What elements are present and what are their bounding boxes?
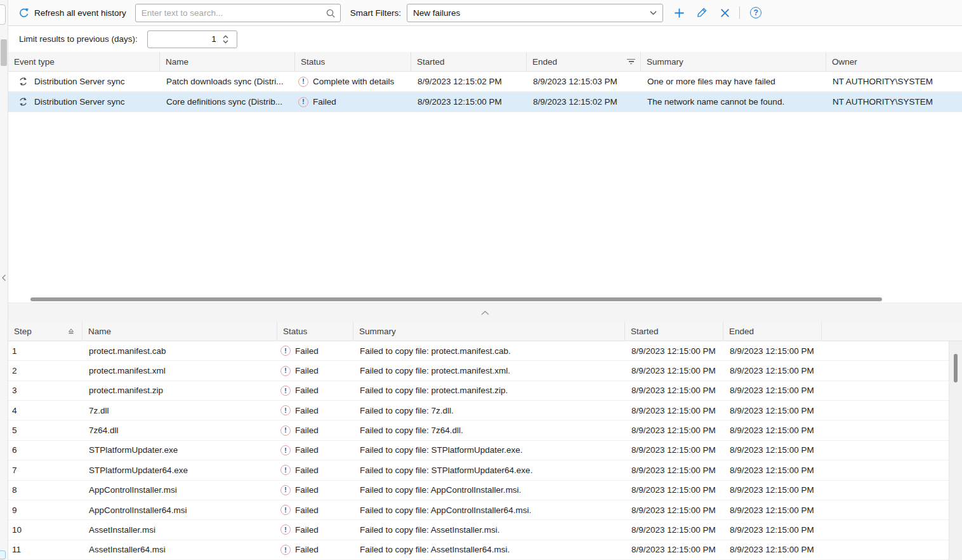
- column-header-started[interactable]: Started: [625, 322, 723, 341]
- refresh-label: Refresh all event history: [34, 8, 126, 18]
- column-header-status[interactable]: Status: [277, 322, 353, 341]
- step-row[interactable]: 10 AssetInstaller.msi !Failed Failed to …: [8, 520, 962, 540]
- toolbar: Refresh all event history Smart Filters:…: [8, 0, 962, 26]
- sync-icon: [18, 76, 29, 87]
- panel-splitter[interactable]: [8, 303, 962, 322]
- step-row[interactable]: 11 AssetInstaller64.msi !Failed Failed t…: [8, 540, 962, 560]
- column-header-blank: [822, 322, 949, 341]
- search-box: [135, 4, 341, 22]
- error-status-icon: !: [280, 386, 291, 396]
- error-status-icon: !: [280, 405, 291, 415]
- events-table-empty-area: [8, 112, 962, 296]
- sync-icon: [18, 96, 29, 107]
- left-panel-strip: [0, 0, 8, 560]
- smart-filters-label: Smart Filters:: [350, 8, 401, 18]
- vertical-scrollbar-thumb[interactable]: [954, 354, 958, 382]
- error-status-icon: !: [280, 366, 291, 376]
- step-row[interactable]: 3 protect.manifest.zip !Failed Failed to…: [8, 381, 962, 401]
- step-row[interactable]: 5 7z64.dll !Failed Failed to copy file: …: [8, 420, 962, 440]
- steps-table-body: 1 protect.manifest.cab !Failed Failed to…: [8, 341, 962, 560]
- help-button[interactable]: ?: [749, 6, 763, 20]
- panel-grip[interactable]: [1, 39, 7, 66]
- error-status-icon: !: [280, 445, 291, 455]
- refresh-all-button[interactable]: Refresh all event history: [18, 8, 126, 18]
- sort-ascending-icon: [68, 329, 74, 334]
- plus-icon: [673, 7, 685, 19]
- x-icon: [720, 8, 730, 18]
- error-status-icon: !: [280, 346, 291, 356]
- column-header-summary[interactable]: Summary: [353, 322, 625, 341]
- smart-filters-dropdown[interactable]: New failures: [407, 4, 663, 22]
- error-status-icon: !: [280, 485, 291, 495]
- collapsed-bottom-fragment: [0, 550, 6, 559]
- spinner-down-icon: [223, 40, 228, 44]
- edit-filter-button[interactable]: [695, 6, 709, 20]
- toolbar-divider: [739, 6, 740, 19]
- column-header-name[interactable]: Name: [160, 52, 295, 71]
- column-header-summary[interactable]: Summary: [641, 52, 826, 71]
- limit-days-spinner: [147, 30, 237, 48]
- search-icon: [326, 8, 336, 18]
- step-row[interactable]: 4 7z.dll !Failed Failed to copy file: 7z…: [8, 401, 962, 420]
- step-row[interactable]: 9 AppControlInstaller64.msi !Failed Fail…: [8, 500, 962, 520]
- collapse-left-icon[interactable]: [1, 274, 7, 282]
- error-status-icon: !: [280, 465, 291, 475]
- limit-row: Limit results to previous (days):: [8, 26, 962, 52]
- column-header-status[interactable]: Status: [295, 52, 411, 71]
- search-input[interactable]: [136, 8, 340, 18]
- column-header-started[interactable]: Started: [411, 52, 527, 71]
- error-status-icon: !: [280, 426, 291, 436]
- chevron-down-icon: [650, 11, 657, 15]
- column-header-ended[interactable]: Ended: [527, 52, 641, 71]
- collapse-up-icon[interactable]: [481, 311, 489, 315]
- smart-filters-value: New failures: [413, 8, 650, 18]
- error-status-icon: !: [280, 505, 291, 515]
- spinner-buttons[interactable]: [219, 34, 232, 45]
- spinner-up-icon: [223, 35, 228, 39]
- filter-icon[interactable]: [627, 59, 635, 65]
- horizontal-scrollbar-thumb[interactable]: [30, 297, 882, 301]
- error-status-icon: !: [280, 545, 291, 555]
- event-row-selected[interactable]: Distribution Server sync Core definition…: [8, 92, 962, 112]
- pencil-icon: [696, 7, 708, 18]
- limit-days-input[interactable]: [153, 34, 216, 44]
- column-header-ended[interactable]: Ended: [723, 322, 822, 341]
- horizontal-scrollbar: [8, 296, 962, 303]
- step-row[interactable]: 7 STPlatformUpdater64.exe !Failed Failed…: [8, 460, 962, 480]
- error-status-icon: !: [280, 524, 291, 535]
- error-status-icon: !: [298, 97, 308, 107]
- error-status-icon: !: [298, 77, 308, 87]
- column-header-event-type[interactable]: Event type: [8, 52, 160, 71]
- step-row[interactable]: 1 protect.manifest.cab !Failed Failed to…: [8, 341, 962, 361]
- event-history-window: Refresh all event history Smart Filters:…: [0, 0, 962, 560]
- help-icon: ?: [750, 7, 761, 18]
- step-row[interactable]: 8 AppControlInstaller.msi !Failed Failed…: [8, 481, 962, 500]
- limit-label: Limit results to previous (days):: [19, 34, 138, 44]
- event-row[interactable]: Distribution Server sync Patch downloads…: [8, 72, 962, 92]
- add-filter-button[interactable]: [672, 6, 686, 20]
- vertical-scrollbar: [949, 341, 962, 560]
- events-table-header: Event type Name Status Started Ended Sum…: [8, 52, 962, 72]
- collapsed-button-fragment: [0, 4, 6, 25]
- steps-table-header: Step Name Status Summary Started Ended: [8, 322, 962, 341]
- column-header-step[interactable]: Step: [8, 322, 82, 341]
- refresh-icon: [18, 8, 29, 18]
- step-row[interactable]: 6 STPlatformUpdater.exe !Failed Failed t…: [8, 441, 962, 460]
- step-row[interactable]: 2 protect.manifest.xml !Failed Failed to…: [8, 361, 962, 381]
- column-header-owner[interactable]: Owner: [826, 52, 962, 71]
- column-header-name[interactable]: Name: [82, 322, 277, 341]
- delete-filter-button[interactable]: [718, 6, 732, 20]
